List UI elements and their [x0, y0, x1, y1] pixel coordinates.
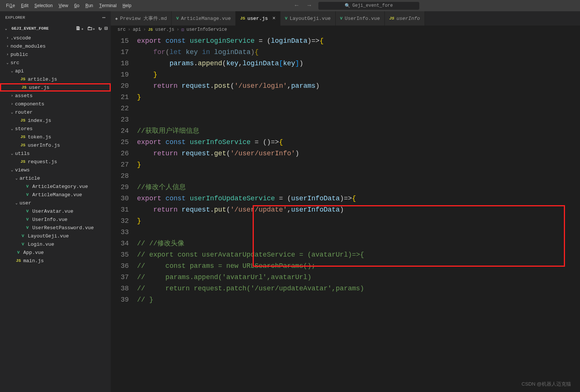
- menu-view[interactable]: View: [56, 2, 71, 10]
- tree-item-main-js[interactable]: JSmain.js: [0, 257, 111, 265]
- line-number: 20: [111, 80, 137, 92]
- breadcrumbs[interactable]: src›api›JS user.js›◫ userInfoService: [111, 26, 580, 34]
- menu-run[interactable]: Run: [82, 2, 96, 10]
- code-line[interactable]: 20 return request.post('/user/login',par…: [111, 80, 580, 92]
- code-line[interactable]: 29//修改个人信息: [111, 182, 580, 193]
- tree-label: token.js: [28, 134, 51, 140]
- tree-item-router[interactable]: ⌄router: [0, 108, 111, 116]
- command-search[interactable]: 🔍 Geji_event_fore: [318, 2, 420, 10]
- code-line[interactable]: 34// //修改头像: [111, 238, 580, 249]
- tree-item-public[interactable]: ›public: [0, 50, 111, 59]
- tree-item-article-js[interactable]: JSarticle.js: [0, 75, 111, 83]
- tree-item--vscode[interactable]: ›.vscode: [0, 34, 111, 42]
- new-file-icon[interactable]: 🗎₊: [75, 25, 84, 32]
- tree-item-assets[interactable]: ›assets: [0, 92, 111, 100]
- line-number: 30: [111, 193, 137, 204]
- code-text: [137, 227, 580, 238]
- menu-help[interactable]: Help: [120, 2, 134, 10]
- code-line[interactable]: 35// export const userAvatarUpdateServic…: [111, 249, 580, 260]
- tree-item-request-js[interactable]: JSrequest.js: [0, 158, 111, 166]
- tab-layoutgeji-vue[interactable]: VLayoutGeji.vue: [280, 11, 336, 26]
- js-icon: JS: [148, 28, 153, 32]
- tree-item-user-js[interactable]: JSuser.js: [0, 83, 111, 92]
- code-line[interactable]: 23: [111, 114, 580, 125]
- vue-icon: V: [20, 242, 26, 246]
- watermark: CSDN @机器人迈克猫: [521, 381, 571, 387]
- code-line[interactable]: 27}: [111, 159, 580, 170]
- tree-item-node_modules[interactable]: ›node_modules: [0, 42, 111, 50]
- code-text: //获取用户详细信息: [137, 125, 580, 137]
- tree-item-stores[interactable]: ⌄stores: [0, 125, 111, 133]
- tree-item-index-js[interactable]: JSindex.js: [0, 116, 111, 125]
- code-line[interactable]: 25export const userInfoService = ()=>{: [111, 137, 580, 148]
- close-icon[interactable]: ×: [273, 15, 276, 21]
- tree-item-api[interactable]: ⌄api: [0, 67, 111, 75]
- code-line[interactable]: 19 }: [111, 69, 580, 80]
- breadcrumb-part[interactable]: api: [133, 27, 141, 32]
- vue-icon: V: [24, 217, 31, 222]
- code-line[interactable]: 38// return request.patch('/user/updateA…: [111, 283, 580, 294]
- tab-preview-大事件-md[interactable]: ◆Preview 大事件.md: [111, 11, 172, 26]
- menu-selection[interactable]: Selection: [32, 2, 56, 10]
- nav-forward-icon[interactable]: →: [305, 2, 313, 10]
- menu-file[interactable]: File: [3, 2, 18, 10]
- menu-go[interactable]: Go: [71, 2, 83, 10]
- tree-item-token-js[interactable]: JStoken.js: [0, 133, 111, 141]
- tree-label: article.js: [28, 77, 57, 82]
- tree-item-user[interactable]: ⌄user: [0, 199, 111, 207]
- tab-userinfo[interactable]: JSuserInfo: [385, 11, 425, 26]
- explorer-more-icon[interactable]: ⋯: [102, 14, 105, 21]
- project-header[interactable]: ⌄ GEJI_EVENT_FORE 🗎₊ 🗀₊ ↻ ⊟: [0, 24, 111, 33]
- tree-item-useravatar-vue[interactable]: VUserAvatar.vue: [0, 207, 111, 215]
- tree-item-article[interactable]: ⌄article: [0, 174, 111, 182]
- code-line[interactable]: 15export const userLoginService = (login…: [111, 35, 580, 47]
- tree-item-components[interactable]: ›components: [0, 100, 111, 108]
- tree-item-layoutgeji-vue[interactable]: VLayoutGeji.vue: [0, 232, 111, 240]
- menu-terminal[interactable]: Terminal: [96, 2, 120, 10]
- code-line[interactable]: 21}: [111, 92, 580, 103]
- line-number: 37: [111, 272, 137, 283]
- breadcrumb-part[interactable]: JS user.js: [148, 27, 175, 32]
- breadcrumb-part[interactable]: src: [118, 27, 126, 32]
- js-icon: JS: [389, 16, 394, 21]
- code-line[interactable]: 32}: [111, 215, 580, 227]
- code-text: return request.get('/user/userInfo'): [137, 148, 580, 159]
- code-line[interactable]: 37// params.append('avatarUrl',avatarUrl…: [111, 272, 580, 283]
- chevron-icon: ⌄: [14, 201, 20, 205]
- tree-item-userinfo-vue[interactable]: VUserInfo.vue: [0, 215, 111, 224]
- code-line[interactable]: 31 return request.put('/user/update',use…: [111, 204, 580, 215]
- code-line[interactable]: 36// const params = new URLSearchParams(…: [111, 260, 580, 272]
- tree-item-app-vue[interactable]: VApp.vue: [0, 248, 111, 257]
- refresh-icon[interactable]: ↻: [98, 25, 101, 32]
- nav-back-icon[interactable]: ←: [292, 2, 301, 10]
- tree-item-userresetpassword-vue[interactable]: VUserResetPassword.vue: [0, 224, 111, 232]
- code-line[interactable]: 22: [111, 103, 580, 114]
- code-line[interactable]: 33: [111, 227, 580, 238]
- tree-item-articlemanage-vue[interactable]: VArticleManage.vue: [0, 191, 111, 199]
- collapse-icon[interactable]: ⊟: [105, 25, 108, 32]
- tree-item-articlecategory-vue[interactable]: VArticleCategory.vue: [0, 182, 111, 191]
- code-text: // export const userAvatarUpdateService …: [137, 249, 580, 260]
- code-line[interactable]: 18 params.append(key,loginData[key]): [111, 58, 580, 69]
- code-line[interactable]: 28: [111, 170, 580, 182]
- tab-userinfo-vue[interactable]: VUserInfo.vue: [336, 11, 385, 26]
- tab-user-js[interactable]: JSuser.js×: [236, 11, 280, 26]
- js-icon: JS: [21, 85, 27, 90]
- tree-label: stores: [15, 126, 33, 132]
- code-line[interactable]: 17 for(let key in loginData){: [111, 47, 580, 58]
- code-editor[interactable]: 15export const userLoginService = (login…: [111, 34, 580, 392]
- tree-item-login-vue[interactable]: VLogin.vue: [0, 240, 111, 248]
- menu-edit[interactable]: Edit: [18, 2, 32, 10]
- tree-item-views[interactable]: ⌄views: [0, 166, 111, 174]
- code-line[interactable]: 30export const userInfoUpdateService = (…: [111, 193, 580, 204]
- code-line[interactable]: 24//获取用户详细信息: [111, 125, 580, 137]
- tree-item-utils[interactable]: ⌄utils: [0, 149, 111, 158]
- tree-item-userinfo-js[interactable]: JSuserInfo.js: [0, 141, 111, 149]
- breadcrumb-part[interactable]: ◫ userInfoService: [181, 27, 227, 32]
- tab-articlemanage-vue[interactable]: VArticleManage.vue: [172, 11, 235, 26]
- tree-label: ArticleCategory.vue: [32, 184, 88, 189]
- code-line[interactable]: 39// }: [111, 294, 580, 305]
- new-folder-icon[interactable]: 🗀₊: [87, 25, 95, 32]
- code-line[interactable]: 26 return request.get('/user/userInfo'): [111, 148, 580, 159]
- tree-item-src[interactable]: ⌄src: [0, 59, 111, 67]
